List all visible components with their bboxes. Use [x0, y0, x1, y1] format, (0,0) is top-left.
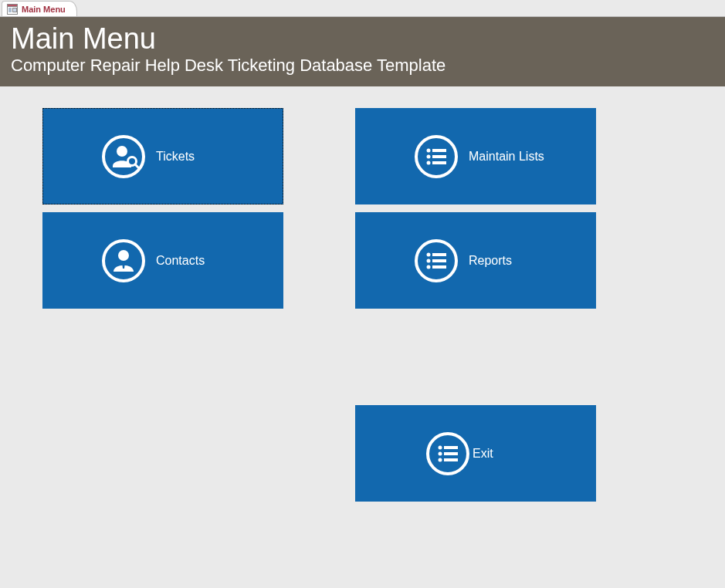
tab-strip: Main Menu: [0, 0, 725, 17]
page-header: Main Menu Computer Repair Help Desk Tick…: [0, 17, 725, 86]
form-icon: [7, 4, 18, 15]
svg-rect-18: [432, 161, 446, 164]
svg-point-24: [427, 265, 431, 269]
tickets-button[interactable]: Tickets: [42, 108, 283, 204]
list-icon: [425, 431, 471, 477]
svg-point-22: [427, 259, 431, 262]
exit-button[interactable]: Exit: [355, 405, 596, 502]
svg-rect-30: [444, 452, 458, 455]
tab-label: Main Menu: [22, 5, 66, 14]
svg-point-6: [103, 137, 144, 177]
svg-rect-14: [432, 149, 446, 152]
svg-line-9: [135, 164, 139, 168]
svg-point-7: [117, 146, 127, 157]
person-icon: [100, 238, 147, 284]
svg-rect-5: [13, 8, 17, 12]
tile-label: Exit: [473, 447, 493, 461]
svg-rect-1: [8, 4, 18, 6]
tile-label: Reports: [469, 254, 512, 268]
contacts-button[interactable]: Contacts: [42, 212, 283, 309]
svg-point-15: [427, 154, 431, 158]
svg-rect-25: [432, 265, 446, 269]
tile-label: Contacts: [156, 254, 205, 268]
svg-point-29: [439, 451, 442, 455]
svg-rect-16: [432, 155, 446, 158]
svg-point-11: [118, 250, 129, 261]
maintain-lists-button[interactable]: Maintain Lists: [355, 108, 596, 204]
reports-button[interactable]: Reports: [355, 212, 596, 309]
tile-label: Maintain Lists: [469, 150, 544, 164]
list-icon: [413, 133, 459, 180]
list-icon: [413, 238, 459, 284]
svg-rect-28: [444, 446, 458, 449]
svg-rect-23: [432, 259, 446, 262]
page-title: Main Menu: [11, 23, 714, 56]
tile-label: Tickets: [156, 150, 195, 164]
svg-point-27: [439, 445, 442, 449]
svg-point-20: [427, 252, 431, 256]
tab-main-menu[interactable]: Main Menu: [2, 1, 77, 16]
person-search-icon: [100, 133, 147, 180]
svg-rect-32: [444, 458, 458, 461]
page-subtitle: Computer Repair Help Desk Ticketing Data…: [11, 56, 714, 76]
svg-point-17: [427, 161, 431, 164]
svg-point-31: [439, 458, 442, 461]
svg-rect-21: [432, 253, 446, 256]
svg-point-13: [427, 148, 431, 152]
